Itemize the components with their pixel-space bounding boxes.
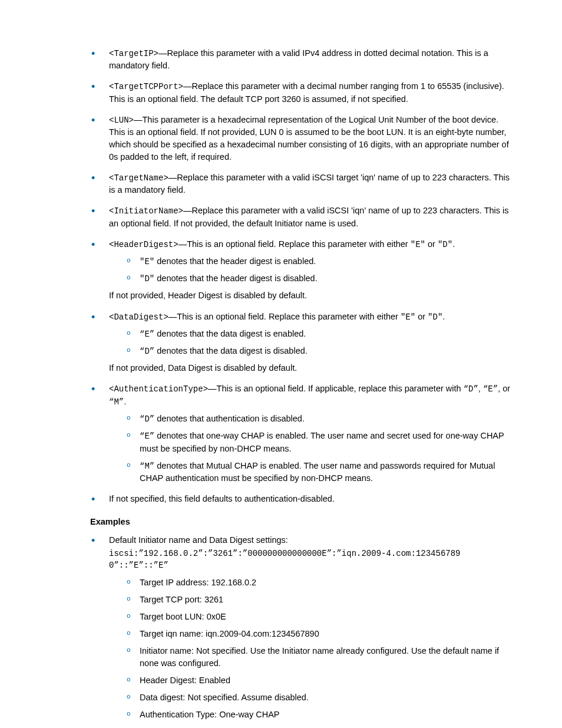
param-text: —This is an optional field. Replace this… — [168, 312, 401, 321]
param-code: <TargetIP> — [109, 49, 158, 58]
option-code: "E" — [411, 240, 425, 249]
option-code: "D" — [428, 312, 442, 322]
sub-list: "E" denotes that the header digest is en… — [109, 255, 512, 285]
sub-item: Target boot LUN: 0x0E — [127, 611, 512, 623]
note-text: If not specified, this field defaults to… — [109, 494, 335, 503]
param-code: <TargetTCPPort> — [109, 82, 183, 91]
sub-item: Authentication Type: One-way CHAP — [127, 709, 512, 721]
sub-list: Target IP address: 192.168.0.2 Target TC… — [109, 577, 512, 721]
examples-list: Default Initiator name and Data Digest s… — [50, 534, 512, 721]
list-item: <HeaderDigest>—This is an optional field… — [91, 238, 512, 302]
list-item: <TargetName>—Replace this parameter with… — [91, 172, 512, 196]
examples-heading: Examples — [90, 516, 512, 528]
param-code: <AuthenticationType> — [109, 384, 208, 394]
sub-item: Target TCP port: 3261 — [127, 594, 512, 606]
sub-item: “E” denotes that the data digest is enab… — [127, 328, 512, 340]
example-intro: Default Initiator name and Data Digest s… — [109, 535, 288, 545]
param-code: <DataDigest> — [109, 312, 168, 322]
param-text: —Replace this parameter with a valid iSC… — [109, 173, 510, 195]
sub-item: “E” denotes that one-way CHAP is enabled… — [127, 430, 512, 454]
sub-item: “M” denotes that Mutual CHAP is enabled.… — [127, 460, 512, 485]
sub-item: “D” denotes that authentication is disab… — [127, 413, 512, 425]
sub-item: Target iqn name: iqn.2009-04.com:1234567… — [127, 628, 512, 640]
note-text: If not provided, Header Digest is disabl… — [109, 289, 512, 302]
list-item: <TargetTCPPort>—Replace this parameter w… — [91, 80, 512, 105]
parameter-list: <TargetIP>—Replace this parameter with a… — [50, 47, 512, 505]
sub-list: “D” denotes that authentication is disab… — [109, 413, 512, 485]
list-item: <DataDigest>—This is an optional field. … — [91, 311, 512, 375]
param-text: —Replace this parameter with a valid IPv… — [109, 48, 488, 70]
list-item: <AuthenticationType>—This is an optional… — [91, 383, 512, 485]
example-code: iscsi:”192.168.0.2”:”3261”:”000000000000… — [109, 548, 512, 572]
list-item: <LUN>—This parameter is a hexadecimal re… — [91, 114, 512, 163]
sub-item: "E" denotes that the header digest is en… — [127, 255, 512, 268]
sub-item: Header Digest: Enabled — [127, 674, 512, 687]
sub-item: “D” denotes that the data digest is disa… — [127, 345, 512, 357]
param-code: <HeaderDigest> — [109, 240, 178, 249]
list-item: If not specified, this field defaults to… — [91, 493, 512, 505]
note-text: If not provided, Data Digest is disabled… — [109, 362, 512, 374]
sub-item: "D" denotes that the header digest is di… — [127, 272, 512, 285]
param-code: <TargetName> — [109, 173, 168, 183]
param-code: <InitiatorName> — [109, 206, 183, 216]
list-item: Default Initiator name and Data Digest s… — [91, 534, 512, 721]
option-code: "E" — [401, 312, 415, 322]
sub-item: Initiator name: Not specified. Use the I… — [127, 645, 512, 670]
option-code: "D" — [438, 240, 452, 249]
sub-list: “E” denotes that the data digest is enab… — [109, 328, 512, 358]
sub-item: Data digest: Not specified. Assume disab… — [127, 691, 512, 704]
list-item: <TargetIP>—Replace this parameter with a… — [91, 47, 512, 72]
param-text: —This parameter is a hexadecimal represe… — [109, 115, 509, 162]
param-code: <LUN> — [109, 116, 134, 125]
param-text: —This is an optional field. If applicabl… — [208, 384, 464, 393]
list-item: <InitiatorName>—Replace this parameter w… — [91, 205, 512, 229]
param-text: —This is an optional field. Replace this… — [178, 239, 411, 249]
sub-item: Target IP address: 192.168.0.2 — [127, 577, 512, 589]
